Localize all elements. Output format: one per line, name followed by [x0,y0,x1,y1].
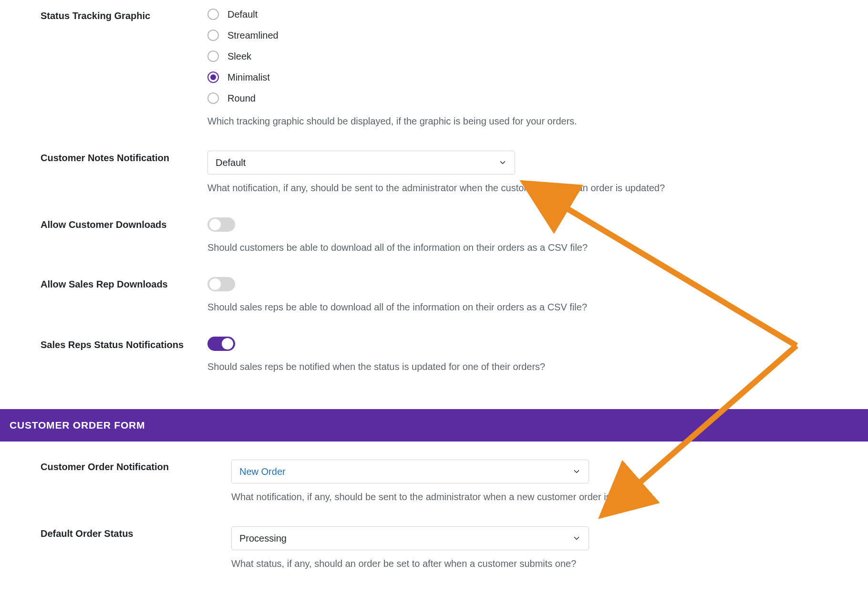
radio-option-sleek[interactable]: Sleek [207,51,839,62]
chevron-down-icon [572,534,581,543]
toggle-rep-downloads[interactable] [207,277,235,291]
radio-option-default[interactable]: Default [207,9,839,20]
radio-circle-icon [207,92,219,104]
label-rep-notifications: Sales Reps Status Notifications [41,337,207,351]
description-customer-notes: What notification, if any, should be sen… [207,181,839,195]
setting-customer-downloads: Allow Customer Downloads Should customer… [0,203,868,263]
select-value: Processing [239,533,287,544]
radio-circle-icon [207,72,219,83]
radio-circle-icon [207,51,219,62]
radio-option-round[interactable]: Round [207,92,839,104]
description-rep-notifications: Should sales reps be notified when the s… [207,360,839,373]
select-default-order-status[interactable]: Processing [231,526,589,550]
select-customer-order-notification[interactable]: New Order [231,460,589,483]
radio-label: Sleek [227,51,251,62]
select-customer-notes[interactable]: Default [207,151,515,175]
radio-label: Minimalist [227,72,270,83]
toggle-customer-downloads[interactable] [207,217,235,232]
radio-label: Default [227,9,258,20]
description-default-order-status: What status, if any, should an order be … [231,557,839,570]
radio-option-streamlined[interactable]: Streamlined [207,30,839,41]
setting-customer-order-notification: Customer Order Notification New Order Wh… [0,441,868,512]
setting-tracking-graphic: Status Tracking Graphic Default Streamli… [0,0,868,136]
toggle-knob-icon [209,278,221,290]
radio-label: Round [227,93,256,104]
description-tracking-graphic: Which tracking graphic should be display… [207,114,839,128]
select-value: New Order [239,466,286,477]
radio-circle-icon [207,30,219,41]
radio-label: Streamlined [227,30,279,41]
toggle-knob-icon [222,338,233,349]
select-value: Default [216,157,246,168]
label-tracking-graphic: Status Tracking Graphic [41,9,207,21]
section-header-customer-order-form: CUSTOMER ORDER FORM [0,409,868,441]
setting-rep-notifications: Sales Reps Status Notifications Should s… [0,322,868,392]
toggle-knob-icon [209,219,221,230]
toggle-rep-notifications[interactable] [207,337,235,351]
setting-rep-downloads: Allow Sales Rep Downloads Should sales r… [0,263,868,322]
description-customer-order-notification: What notification, if any, should be sen… [231,490,839,503]
description-rep-downloads: Should sales reps be able to download al… [207,300,839,314]
chevron-down-icon [498,158,507,167]
radio-circle-icon [207,9,219,20]
label-customer-downloads: Allow Customer Downloads [41,217,207,230]
description-customer-downloads: Should customers be able to download all… [207,241,839,254]
label-rep-downloads: Allow Sales Rep Downloads [41,277,207,290]
radio-option-minimalist[interactable]: Minimalist [207,72,839,83]
label-customer-notes: Customer Notes Notification [41,151,207,164]
chevron-down-icon [572,467,581,476]
setting-customer-notes: Customer Notes Notification Default What… [0,136,868,203]
setting-default-order-status: Default Order Status Processing What sta… [0,512,868,579]
label-default-order-status: Default Order Status [41,526,231,539]
radio-group-tracking-graphic: Default Streamlined Sleek Minimalist Rou… [207,9,839,104]
label-customer-order-notification: Customer Order Notification [41,460,231,472]
